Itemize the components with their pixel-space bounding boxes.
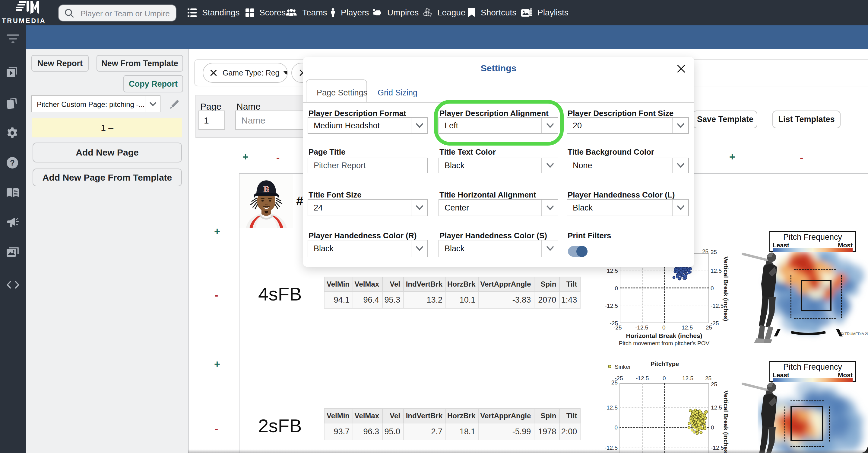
svg-text:B: B xyxy=(264,185,269,194)
svg-text:?: ? xyxy=(10,158,15,167)
